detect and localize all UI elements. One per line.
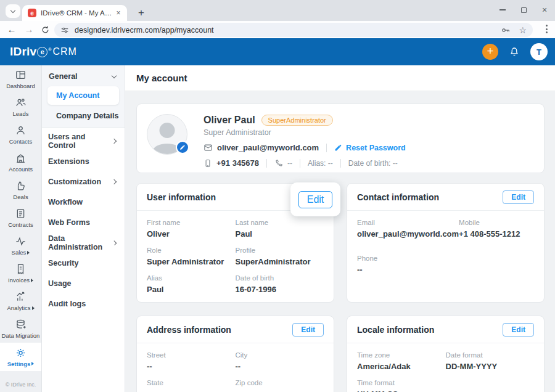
user-avatar[interactable]: T	[530, 43, 548, 60]
url-bar[interactable]: designdev.idrivecrm.com/app/myaccount ☆	[54, 23, 533, 37]
subnav-group-header[interactable]: General	[42, 72, 125, 81]
logo-e-icon: e	[37, 47, 47, 57]
browser-tab[interactable]: e IDrive® CRM - My Account ×	[22, 5, 127, 21]
field-label: Date of birth	[236, 274, 324, 282]
subnav-item-users-and-control[interactable]: Users and Control	[42, 131, 125, 151]
profile-alias: Alias: --	[308, 159, 333, 168]
edit-address-information-button[interactable]: Edit	[292, 323, 324, 337]
sales-icon	[15, 235, 27, 247]
subnav-label: Data Administration	[48, 234, 113, 251]
bookmark-star-icon[interactable]: ☆	[519, 25, 527, 35]
edit-contact-information-button[interactable]: Edit	[503, 190, 534, 204]
subnav-item-company-details[interactable]: Company Details	[42, 112, 125, 120]
expand-arrow-icon	[27, 251, 30, 255]
field-label: City	[236, 351, 324, 359]
profile-avatar	[147, 114, 187, 155]
notifications-bell-icon[interactable]	[509, 46, 520, 57]
subnav-item-customization[interactable]: Customization	[42, 171, 125, 192]
expand-arrow-icon	[31, 362, 34, 365]
browser-tabstrip: e IDrive® CRM - My Account × + ×	[0, 0, 555, 21]
profile-info: Oliver Paul SuperAdministrator Super Adm…	[204, 114, 406, 163]
sidebar-label: Sales	[12, 249, 27, 256]
sidebar-label: Invoices	[8, 277, 30, 284]
back-icon[interactable]: ←	[5, 23, 18, 36]
group-label: General	[49, 72, 78, 81]
subnav-label: Usage	[48, 279, 72, 288]
field-value: --	[236, 362, 324, 371]
sidebar-item-analytics[interactable]: Analytics	[0, 287, 41, 315]
subnav-label: Extensions	[48, 157, 89, 166]
data-migration-icon	[15, 319, 27, 330]
pencil-icon	[334, 144, 342, 152]
dashboard-icon	[15, 69, 27, 81]
sidebar-item-contacts[interactable]: Contacts	[0, 121, 41, 149]
divider	[340, 159, 341, 168]
subnav-item-web-forms[interactable]: Web Forms	[42, 212, 125, 232]
field-label: Zip code	[236, 379, 324, 386]
field-label: Last name	[236, 219, 324, 226]
subnav-item-security[interactable]: Security	[42, 253, 125, 273]
sidebar-item-dashboard[interactable]: Dashboard	[0, 65, 41, 93]
sidebar-item-invoices[interactable]: Invoices	[0, 259, 41, 287]
tab-title: IDrive® CRM - My Account	[41, 9, 114, 17]
chevron-down-icon	[112, 73, 117, 78]
field-value: --	[236, 390, 324, 392]
sidebar-item-leads[interactable]: Leads	[0, 93, 41, 121]
forward-icon[interactable]: →	[22, 23, 36, 36]
main-content: My account Oliver Paul SuperAdministrato…	[125, 65, 555, 392]
window-controls: ×	[498, 6, 549, 14]
chevron-down-icon	[10, 7, 15, 12]
quick-add-button[interactable]: +	[482, 44, 498, 60]
browser-toolbar: ← → designdev.idrivecrm.com/app/myaccoun…	[0, 21, 555, 38]
sidebar-label: Data Migration	[2, 332, 40, 339]
field-value: Paul	[147, 285, 236, 294]
card-title: Address information	[147, 325, 231, 335]
subnav-label: Customization	[48, 178, 101, 186]
sidebar-item-accounts[interactable]: Accounts	[0, 149, 41, 176]
tab-search-button[interactable]	[6, 4, 20, 18]
reset-password-link[interactable]: Reset Password	[334, 144, 406, 152]
sidebar-label: Accounts	[9, 166, 33, 173]
maximize-icon[interactable]	[519, 6, 528, 14]
field-label: Date format	[446, 351, 535, 359]
sidebar-item-settings[interactable]: Settings	[0, 343, 41, 371]
edit-user-information-button[interactable]: Edit	[298, 191, 333, 208]
settings-gear-icon	[15, 347, 27, 359]
profile-phone: --	[287, 159, 292, 168]
sidebar-item-data-migration[interactable]: Data Migration	[0, 315, 41, 343]
sidebar-item-contracts[interactable]: Contracts	[0, 204, 41, 232]
browser-menu-icon[interactable]	[546, 25, 548, 33]
edit-locale-information-button[interactable]: Edit	[503, 323, 534, 337]
card-title: Locale information	[357, 325, 434, 335]
idrive-crm-logo: IDriv e ® CRM	[10, 45, 77, 59]
sidebar-label: Dashboard	[6, 83, 35, 89]
profile-mobile: +91 345678	[216, 158, 259, 168]
field-value: America/Adak	[357, 362, 446, 371]
profile-name: Oliver Paul	[204, 115, 255, 126]
tab-close-icon[interactable]: ×	[114, 9, 123, 17]
avatar-edit-icon[interactable]	[176, 141, 189, 154]
subnav-item-my-account[interactable]: My Account	[47, 86, 119, 105]
field-value: DD-MM-YYYY	[446, 362, 535, 371]
close-icon[interactable]: ×	[540, 6, 549, 14]
field-value: +1 408-555-1212	[459, 229, 534, 239]
subnav-item-extensions[interactable]: Extensions	[42, 151, 125, 171]
new-tab-button[interactable]: +	[133, 5, 149, 21]
subnav-item-data-administration[interactable]: Data Administration	[42, 232, 125, 253]
reload-icon[interactable]	[38, 23, 52, 36]
page-header: My account	[125, 65, 555, 91]
minimize-icon[interactable]	[498, 6, 507, 14]
subnav-item-audit-logs[interactable]: Audit logs	[42, 293, 125, 314]
site-settings-icon[interactable]	[60, 26, 69, 35]
locale-information-card: Locale information Edit Time zoneAmerica…	[347, 316, 545, 392]
subnav-item-usage[interactable]: Usage	[42, 273, 125, 293]
sidebar-item-deals[interactable]: Deals	[0, 176, 41, 204]
sidebar-item-sales[interactable]: Sales	[0, 232, 41, 259]
field-value: --	[147, 362, 236, 371]
password-key-icon[interactable]	[501, 25, 511, 35]
profile-dob: Date of birth: --	[348, 159, 398, 168]
subnav-item-workflow[interactable]: Workflow	[42, 192, 125, 212]
field-label: Role	[147, 247, 236, 254]
divider	[266, 159, 267, 168]
chevron-right-icon	[112, 179, 117, 184]
